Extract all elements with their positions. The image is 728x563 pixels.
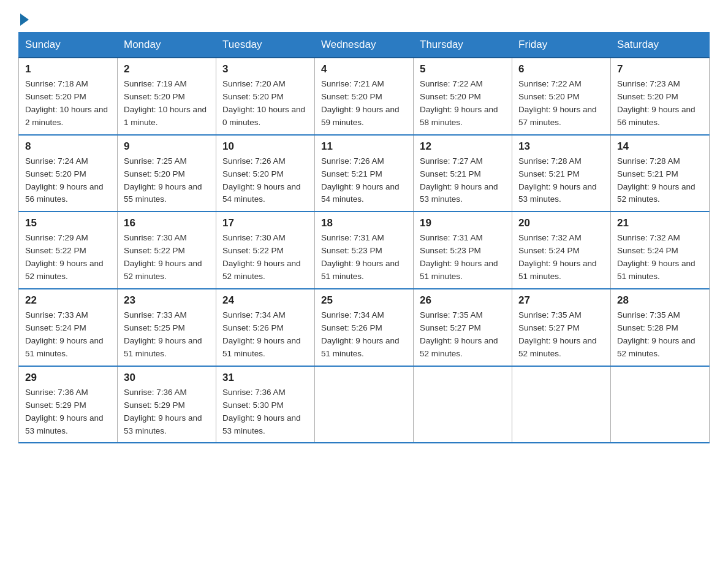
- calendar-cell: 20Sunrise: 7:32 AMSunset: 5:24 PMDayligh…: [512, 212, 611, 289]
- day-number: 31: [222, 372, 308, 384]
- calendar-cell: 17Sunrise: 7:30 AMSunset: 5:22 PMDayligh…: [216, 212, 315, 289]
- calendar-cell: 26Sunrise: 7:35 AMSunset: 5:27 PMDayligh…: [414, 289, 512, 366]
- calendar-header-tuesday: Tuesday: [216, 33, 315, 58]
- calendar-cell: 16Sunrise: 7:30 AMSunset: 5:22 PMDayligh…: [118, 212, 216, 289]
- day-info: Sunrise: 7:25 AMSunset: 5:20 PMDaylight:…: [124, 155, 210, 207]
- calendar-week-row: 1Sunrise: 7:18 AMSunset: 5:20 PMDaylight…: [19, 58, 710, 135]
- calendar-cell: 9Sunrise: 7:25 AMSunset: 5:20 PMDaylight…: [118, 135, 216, 212]
- calendar-cell: 18Sunrise: 7:31 AMSunset: 5:23 PMDayligh…: [315, 212, 414, 289]
- day-number: 1: [25, 63, 111, 75]
- day-number: 8: [25, 140, 111, 153]
- calendar-week-row: 15Sunrise: 7:29 AMSunset: 5:22 PMDayligh…: [19, 212, 710, 289]
- day-number: 4: [321, 63, 407, 75]
- day-info: Sunrise: 7:28 AMSunset: 5:21 PMDaylight:…: [518, 155, 604, 207]
- calendar-cell: [315, 366, 414, 443]
- calendar-week-row: 29Sunrise: 7:36 AMSunset: 5:29 PMDayligh…: [19, 366, 710, 443]
- calendar-cell: 15Sunrise: 7:29 AMSunset: 5:22 PMDayligh…: [19, 212, 118, 289]
- day-info: Sunrise: 7:26 AMSunset: 5:21 PMDaylight:…: [321, 155, 407, 207]
- calendar-cell: 28Sunrise: 7:35 AMSunset: 5:28 PMDayligh…: [611, 289, 710, 366]
- day-info: Sunrise: 7:30 AMSunset: 5:22 PMDaylight:…: [222, 232, 308, 283]
- day-info: Sunrise: 7:34 AMSunset: 5:26 PMDaylight:…: [321, 309, 407, 361]
- day-info: Sunrise: 7:32 AMSunset: 5:24 PMDaylight:…: [617, 232, 703, 283]
- day-number: 21: [617, 217, 703, 229]
- calendar-header-friday: Friday: [512, 33, 611, 58]
- calendar-week-row: 22Sunrise: 7:33 AMSunset: 5:24 PMDayligh…: [19, 289, 710, 366]
- calendar-cell: 3Sunrise: 7:20 AMSunset: 5:20 PMDaylight…: [216, 58, 315, 135]
- day-number: 14: [617, 140, 703, 153]
- calendar-cell: 19Sunrise: 7:31 AMSunset: 5:23 PMDayligh…: [414, 212, 512, 289]
- logo: [18, 12, 29, 26]
- day-info: Sunrise: 7:36 AMSunset: 5:29 PMDaylight:…: [25, 386, 111, 438]
- calendar-cell: 21Sunrise: 7:32 AMSunset: 5:24 PMDayligh…: [611, 212, 710, 289]
- calendar-cell: 12Sunrise: 7:27 AMSunset: 5:21 PMDayligh…: [414, 135, 512, 212]
- day-number: 9: [124, 140, 210, 153]
- calendar-cell: 7Sunrise: 7:23 AMSunset: 5:20 PMDaylight…: [611, 58, 710, 135]
- day-info: Sunrise: 7:28 AMSunset: 5:21 PMDaylight:…: [617, 155, 703, 207]
- day-number: 17: [222, 217, 308, 229]
- day-info: Sunrise: 7:36 AMSunset: 5:29 PMDaylight:…: [124, 386, 210, 438]
- day-number: 29: [25, 372, 111, 384]
- calendar-cell: 10Sunrise: 7:26 AMSunset: 5:20 PMDayligh…: [216, 135, 315, 212]
- day-number: 2: [124, 63, 210, 75]
- calendar-header-saturday: Saturday: [611, 33, 710, 58]
- day-number: 13: [518, 140, 604, 153]
- day-number: 6: [518, 63, 604, 75]
- calendar-cell: 29Sunrise: 7:36 AMSunset: 5:29 PMDayligh…: [19, 366, 118, 443]
- day-info: Sunrise: 7:18 AMSunset: 5:20 PMDaylight:…: [25, 78, 111, 129]
- day-number: 28: [617, 294, 703, 307]
- day-info: Sunrise: 7:32 AMSunset: 5:24 PMDaylight:…: [518, 232, 604, 283]
- calendar-cell: 25Sunrise: 7:34 AMSunset: 5:26 PMDayligh…: [315, 289, 414, 366]
- day-info: Sunrise: 7:33 AMSunset: 5:25 PMDaylight:…: [124, 309, 210, 361]
- calendar-week-row: 8Sunrise: 7:24 AMSunset: 5:20 PMDaylight…: [19, 135, 710, 212]
- day-info: Sunrise: 7:30 AMSunset: 5:22 PMDaylight:…: [124, 232, 210, 283]
- day-number: 15: [25, 217, 111, 229]
- calendar-cell: 8Sunrise: 7:24 AMSunset: 5:20 PMDaylight…: [19, 135, 118, 212]
- calendar-cell: [512, 366, 611, 443]
- calendar-cell: [414, 366, 512, 443]
- calendar-cell: 30Sunrise: 7:36 AMSunset: 5:29 PMDayligh…: [118, 366, 216, 443]
- logo-arrow-icon: [20, 13, 29, 26]
- calendar-cell: 5Sunrise: 7:22 AMSunset: 5:20 PMDaylight…: [414, 58, 512, 135]
- day-number: 7: [617, 63, 703, 75]
- day-info: Sunrise: 7:36 AMSunset: 5:30 PMDaylight:…: [222, 386, 308, 438]
- calendar-cell: 1Sunrise: 7:18 AMSunset: 5:20 PMDaylight…: [19, 58, 118, 135]
- calendar-table: SundayMondayTuesdayWednesdayThursdayFrid…: [18, 32, 710, 443]
- calendar-cell: 31Sunrise: 7:36 AMSunset: 5:30 PMDayligh…: [216, 366, 315, 443]
- day-info: Sunrise: 7:20 AMSunset: 5:20 PMDaylight:…: [222, 78, 308, 129]
- calendar-cell: 22Sunrise: 7:33 AMSunset: 5:24 PMDayligh…: [19, 289, 118, 366]
- day-number: 10: [222, 140, 308, 153]
- day-info: Sunrise: 7:35 AMSunset: 5:27 PMDaylight:…: [420, 309, 506, 361]
- day-info: Sunrise: 7:22 AMSunset: 5:20 PMDaylight:…: [420, 78, 506, 129]
- calendar-header-sunday: Sunday: [19, 33, 118, 58]
- day-number: 3: [222, 63, 308, 75]
- calendar-cell: [611, 366, 710, 443]
- calendar-header-monday: Monday: [118, 33, 216, 58]
- day-number: 30: [124, 372, 210, 384]
- calendar-cell: 23Sunrise: 7:33 AMSunset: 5:25 PMDayligh…: [118, 289, 216, 366]
- day-info: Sunrise: 7:26 AMSunset: 5:20 PMDaylight:…: [222, 155, 308, 207]
- day-number: 24: [222, 294, 308, 307]
- day-number: 23: [124, 294, 210, 307]
- day-info: Sunrise: 7:21 AMSunset: 5:20 PMDaylight:…: [321, 78, 407, 129]
- day-info: Sunrise: 7:19 AMSunset: 5:20 PMDaylight:…: [124, 78, 210, 129]
- page-header: [18, 12, 710, 26]
- day-number: 26: [420, 294, 506, 307]
- day-info: Sunrise: 7:35 AMSunset: 5:28 PMDaylight:…: [617, 309, 703, 361]
- calendar-cell: 13Sunrise: 7:28 AMSunset: 5:21 PMDayligh…: [512, 135, 611, 212]
- day-info: Sunrise: 7:27 AMSunset: 5:21 PMDaylight:…: [420, 155, 506, 207]
- day-number: 25: [321, 294, 407, 307]
- calendar-cell: 14Sunrise: 7:28 AMSunset: 5:21 PMDayligh…: [611, 135, 710, 212]
- day-number: 12: [420, 140, 506, 153]
- calendar-cell: 11Sunrise: 7:26 AMSunset: 5:21 PMDayligh…: [315, 135, 414, 212]
- day-number: 16: [124, 217, 210, 229]
- calendar-header-wednesday: Wednesday: [315, 33, 414, 58]
- day-info: Sunrise: 7:31 AMSunset: 5:23 PMDaylight:…: [420, 232, 506, 283]
- day-info: Sunrise: 7:34 AMSunset: 5:26 PMDaylight:…: [222, 309, 308, 361]
- calendar-cell: 27Sunrise: 7:35 AMSunset: 5:27 PMDayligh…: [512, 289, 611, 366]
- day-info: Sunrise: 7:22 AMSunset: 5:20 PMDaylight:…: [518, 78, 604, 129]
- day-number: 20: [518, 217, 604, 229]
- calendar-cell: 24Sunrise: 7:34 AMSunset: 5:26 PMDayligh…: [216, 289, 315, 366]
- day-info: Sunrise: 7:23 AMSunset: 5:20 PMDaylight:…: [617, 78, 703, 129]
- calendar-cell: 6Sunrise: 7:22 AMSunset: 5:20 PMDaylight…: [512, 58, 611, 135]
- calendar-header-row: SundayMondayTuesdayWednesdayThursdayFrid…: [19, 33, 710, 58]
